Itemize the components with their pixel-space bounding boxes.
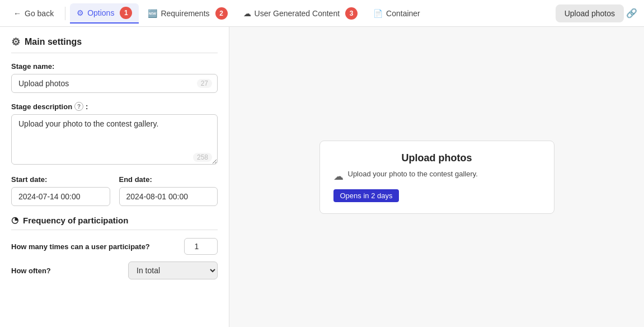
start-date-field: Start date:: [11, 175, 110, 206]
tab-requirements[interactable]: 🆕 Requirements 2: [141, 4, 234, 23]
requirements-icon: 🆕: [148, 9, 157, 18]
step-1-badge: 1: [120, 7, 132, 19]
cloud-upload-icon: ☁: [243, 9, 251, 18]
stage-name-label: Stage name:: [11, 62, 218, 71]
tab-requirements-label: Requirements: [161, 9, 209, 18]
stage-description-field-group: Stage description ? : Upload your photo …: [11, 102, 218, 166]
step-2-badge: 2: [215, 7, 228, 20]
preview-card: Upload photos ☁ Upload your photo to the…: [319, 141, 554, 214]
stage-name-input-wrapper: 27: [11, 74, 218, 93]
go-back-label: Go back: [25, 9, 54, 18]
preview-cloud-icon: ☁: [333, 170, 344, 183]
tab-container[interactable]: 📄 Container: [366, 6, 427, 21]
gear-icon: ⚙: [77, 8, 84, 17]
go-back-button[interactable]: ← Go back: [7, 6, 60, 21]
participation-times-label: How many times can a user participate?: [11, 242, 150, 251]
tab-container-label: Container: [386, 9, 420, 18]
preview-title: Upload photos: [333, 152, 540, 164]
frequency-title: Frequency of participation: [23, 216, 128, 225]
participation-times-row: How many times can a user participate?: [11, 238, 218, 255]
main-layout: ⚙ Main settings Stage name: 27 Stage des…: [0, 27, 644, 327]
participation-often-select[interactable]: In total Per day Per week Per month: [128, 261, 218, 279]
start-date-input[interactable]: [11, 187, 110, 206]
arrow-left-icon: ←: [13, 9, 21, 18]
upload-photos-button[interactable]: Upload photos: [556, 4, 624, 22]
help-icon[interactable]: ?: [74, 102, 83, 111]
stage-description-textarea-wrapper: Upload your photo to the contest gallery…: [11, 114, 218, 166]
stage-description-textarea[interactable]: Upload your photo to the contest gallery…: [11, 114, 218, 165]
stage-name-field-group: Stage name: 27: [11, 62, 218, 93]
start-date-label: Start date:: [11, 175, 110, 184]
settings-icon: ⚙: [11, 36, 20, 48]
opens-badge: Opens in 2 days: [333, 189, 399, 202]
upload-btn-label: Upload photos: [565, 9, 615, 18]
container-icon: 📄: [373, 9, 383, 18]
preview-desc-row: ☁ Upload your photo to the contest galle…: [333, 170, 540, 183]
tab-options[interactable]: ⚙ Options 1: [70, 3, 139, 24]
preview-badge-wrapper: Opens in 2 days: [333, 189, 540, 202]
left-panel: ⚙ Main settings Stage name: 27 Stage des…: [0, 27, 229, 327]
tab-user-generated-content[interactable]: ☁ User Generated Content 3: [237, 4, 365, 23]
right-panel: Upload photos ☁ Upload your photo to the…: [229, 27, 644, 327]
link-icon[interactable]: 🔗: [626, 8, 637, 19]
stage-description-label: Stage description ? :: [11, 102, 218, 111]
stage-description-char-count: 258: [193, 153, 212, 162]
participation-often-label: How often?: [11, 267, 51, 275]
end-date-label: End date:: [119, 175, 218, 184]
stage-name-input[interactable]: [11, 74, 218, 93]
tab-options-label: Options: [87, 8, 114, 17]
step-3-badge: 3: [345, 7, 358, 20]
preview-description: Upload your photo to the contest gallery…: [348, 170, 478, 178]
date-row: Start date: End date:: [11, 175, 218, 206]
participation-often-row: How often? In total Per day Per week Per…: [11, 261, 218, 279]
participation-times-input[interactable]: [184, 238, 218, 255]
frequency-icon: ◔: [11, 215, 18, 225]
stage-name-char-count: 27: [197, 79, 212, 88]
main-settings-header: ⚙ Main settings: [11, 36, 218, 53]
frequency-section: ◔ Frequency of participation How many ti…: [11, 215, 218, 279]
main-settings-title: Main settings: [25, 37, 82, 47]
tab-ugc-label: User Generated Content: [255, 9, 340, 18]
end-date-field: End date:: [119, 175, 218, 206]
frequency-header: ◔ Frequency of participation: [11, 215, 218, 230]
nav-divider: [65, 7, 65, 20]
top-nav: ← Go back ⚙ Options 1 🆕 Requirements 2 ☁…: [0, 0, 644, 27]
end-date-input[interactable]: [119, 187, 218, 206]
